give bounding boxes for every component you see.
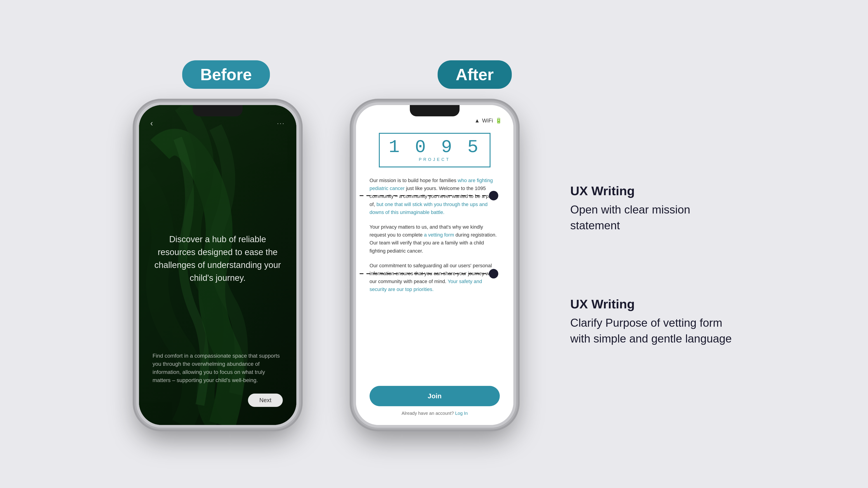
vetting-link[interactable]: a vetting form <box>424 232 454 238</box>
annotation-2: UX Writing Clarify Purpose of vetting fo… <box>570 297 732 347</box>
join-button[interactable]: Join <box>370 386 500 406</box>
annotations-section: UX Writing Open with clear mission state… <box>570 184 732 347</box>
next-button[interactable]: Next <box>248 394 283 407</box>
after-content: 1 0 9 5 PROJECT Our mission is to build … <box>356 126 513 425</box>
before-sub-text: Find comfort in a compassionate space th… <box>153 352 283 384</box>
status-icons: ▲WiFi🔋 <box>474 118 502 124</box>
main-container: Before After <box>0 0 868 488</box>
before-main-text: Discover a hub of reliable resources des… <box>153 233 283 285</box>
annotation-2-title: Clarify Purpose of vetting form <box>570 317 722 329</box>
dots-menu-icon[interactable]: ··· <box>277 120 285 127</box>
before-iphone-frame: ‹ ··· Discover a hub of reliable resourc… <box>136 102 299 428</box>
logo-box: 1 0 9 5 PROJECT <box>379 133 491 167</box>
logo-text: PROJECT <box>389 157 480 162</box>
annotation-1-desc: statement <box>570 219 620 232</box>
after-phone-section: ▲WiFi🔋 1 0 9 5 PROJECT <box>353 102 516 428</box>
logo-area: 1 0 9 5 PROJECT <box>370 133 500 167</box>
after-iphone-frame: ▲WiFi🔋 1 0 9 5 PROJECT <box>353 102 516 428</box>
back-arrow-icon[interactable]: ‹ <box>150 119 153 128</box>
after-label: After <box>438 60 512 89</box>
mission-link2[interactable]: but one that will stick with you through… <box>370 201 488 215</box>
before-screen: ‹ ··· Discover a hub of reliable resourc… <box>139 105 296 425</box>
annotation-1-tag: UX Writing <box>570 184 732 198</box>
notch-before <box>193 105 243 116</box>
mission-link1[interactable]: who are fighting pediatric cancer <box>370 177 493 191</box>
vetting-paragraph: Your privacy matters to us, and that's w… <box>370 223 500 255</box>
login-text: Already have an account? Log In <box>370 411 500 416</box>
annotation-2-tag: UX Writing <box>570 297 732 311</box>
before-phone-section: ‹ ··· Discover a hub of reliable resourc… <box>136 102 299 428</box>
commitment-link[interactable]: Your safety and security are our top pri… <box>370 279 482 292</box>
notch-after <box>410 105 460 116</box>
annotation-1-title: Open with clear mission <box>570 203 690 216</box>
annotation-2-desc: with simple and gentle language <box>570 332 732 345</box>
login-link[interactable]: Log In <box>455 411 468 416</box>
annotation-1: UX Writing Open with clear mission state… <box>570 184 732 233</box>
commitment-paragraph: Our commitment to safeguarding all our u… <box>370 262 500 293</box>
logo-number: 1 0 9 5 <box>389 138 480 156</box>
after-screen: ▲WiFi🔋 1 0 9 5 PROJECT <box>356 105 513 425</box>
before-label: Before <box>182 60 270 89</box>
mission-paragraph: Our mission is to build hope for familie… <box>370 176 500 216</box>
